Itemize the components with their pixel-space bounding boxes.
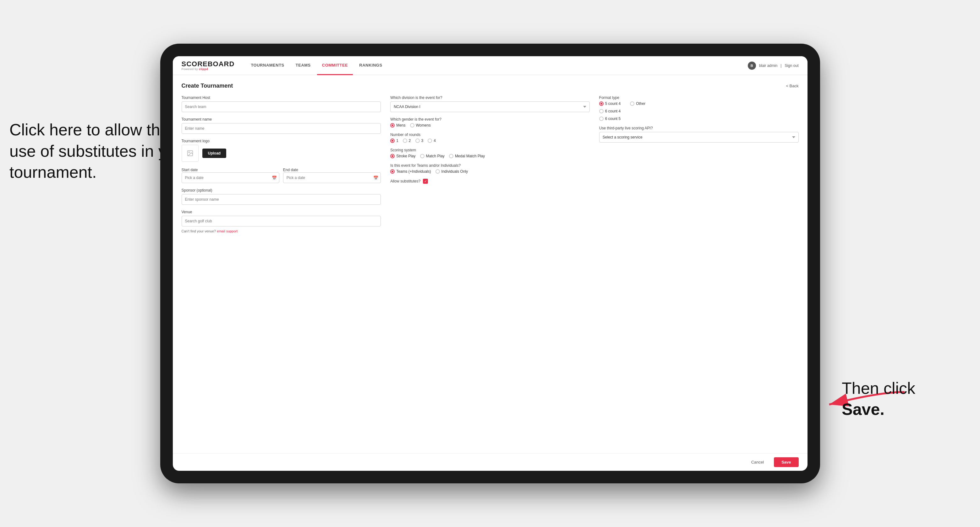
logo-upload-row: Upload — [181, 145, 381, 162]
format-6count5[interactable]: 6 count 5 — [599, 116, 620, 121]
nav-bar: SCOREBOARD Powered by clippd TOURNAMENTS… — [173, 56, 808, 75]
nav-right: B blair admin | Sign out — [748, 62, 799, 70]
page-header: Create Tournament < Back — [181, 83, 799, 89]
gender-label: Which gender is the event for? — [390, 117, 590, 122]
logo-placeholder — [181, 145, 199, 162]
page-title: Create Tournament — [181, 83, 233, 89]
rounds-radio-group: 1 2 3 4 — [390, 138, 590, 143]
rounds-4-radio[interactable] — [428, 138, 432, 143]
gender-womens-radio[interactable] — [410, 123, 414, 127]
division-select[interactable]: NCAA Division I — [390, 102, 590, 112]
format-5count4-radio[interactable] — [599, 102, 604, 106]
scoring-api-group: Use third-party live scoring API? Select… — [599, 126, 799, 143]
gender-mens-radio[interactable] — [390, 123, 395, 127]
sponsor-group: Sponsor (optional) — [181, 188, 381, 205]
nav-item-tournaments[interactable]: TOURNAMENTS — [246, 56, 289, 75]
dates-row: Start date 📅 End date 📅 — [181, 167, 381, 183]
gender-womens[interactable]: Womens — [410, 123, 431, 127]
form-col-right: Format type 5 count 4 Other — [599, 95, 799, 233]
venue-input[interactable] — [181, 216, 381, 227]
scoring-stroke[interactable]: Stroke Play — [390, 154, 415, 158]
tournament-name-input[interactable] — [181, 123, 381, 134]
end-date-wrap: 📅 — [283, 172, 381, 183]
format-row-2: 6 count 4 — [599, 109, 799, 113]
rounds-1-radio[interactable] — [390, 138, 395, 143]
start-date-input[interactable] — [181, 172, 279, 183]
dates-group: Start date 📅 End date 📅 — [181, 167, 381, 183]
event-type-teams[interactable]: Teams (+Individuals) — [390, 169, 431, 174]
cancel-button[interactable]: Cancel — [745, 457, 770, 467]
format-type-group: Format type 5 count 4 Other — [599, 95, 799, 121]
rounds-1[interactable]: 1 — [390, 138, 398, 143]
svg-point-2 — [189, 152, 189, 152]
logo-clippd: clippd — [199, 68, 208, 71]
scoring-match[interactable]: Match Play — [420, 154, 445, 158]
format-5count4[interactable]: 5 count 4 — [599, 102, 620, 106]
nav-item-committee[interactable]: COMMITTEE — [317, 56, 353, 75]
form-col-middle: Which division is the event for? NCAA Di… — [390, 95, 590, 233]
format-other-radio[interactable] — [630, 102, 635, 106]
rounds-3[interactable]: 3 — [415, 138, 423, 143]
substitutes-row: Allow substitutes? ✓ — [390, 179, 590, 184]
nav-separator: | — [781, 63, 781, 68]
end-date-group: End date 📅 — [283, 167, 381, 183]
gender-mens[interactable]: Mens — [390, 123, 405, 127]
end-date-label: End date — [283, 168, 298, 172]
format-other[interactable]: Other — [630, 102, 645, 106]
scoring-api-select[interactable]: Select a scoring service — [599, 132, 799, 143]
division-group: Which division is the event for? NCAA Di… — [390, 95, 590, 112]
form-col-left: Tournament Host Tournament name Tourname… — [181, 95, 381, 233]
tournament-host-group: Tournament Host — [181, 95, 381, 112]
gender-radio-group: Mens Womens — [390, 123, 590, 127]
event-type-group: Is this event for Teams and/or Individua… — [390, 163, 590, 174]
annotation-right-bold: Save. — [842, 400, 885, 418]
format-row-1: 5 count 4 Other — [599, 102, 799, 106]
start-date-label: Start date — [181, 168, 198, 172]
scoring-radio-group: Stroke Play Match Play Medal Match Play — [390, 154, 590, 158]
nav-items: TOURNAMENTS TEAMS COMMITTEE RANKINGS — [246, 56, 748, 75]
format-type-label: Format type — [599, 95, 799, 100]
rounds-3-radio[interactable] — [415, 138, 420, 143]
upload-button[interactable]: Upload — [202, 149, 226, 158]
tablet-frame: SCOREBOARD Powered by clippd TOURNAMENTS… — [160, 44, 820, 483]
tournament-logo-label: Tournament logo — [181, 139, 381, 143]
venue-help-text: Can't find your venue? email support — [181, 229, 381, 233]
event-type-teams-radio[interactable] — [390, 169, 395, 174]
event-type-label: Is this event for Teams and/or Individua… — [390, 163, 590, 168]
format-6count4-radio[interactable] — [599, 109, 604, 113]
substitutes-checkbox[interactable]: ✓ — [423, 179, 428, 184]
end-date-input[interactable] — [283, 172, 381, 183]
back-link[interactable]: < Back — [786, 84, 799, 88]
rounds-group: Number of rounds 1 2 — [390, 133, 590, 143]
venue-label: Venue — [181, 210, 381, 214]
scoring-label: Scoring system — [390, 148, 590, 152]
email-support-link[interactable]: email support — [217, 229, 237, 233]
nav-item-teams[interactable]: TEAMS — [291, 56, 316, 75]
tournament-name-group: Tournament name — [181, 117, 381, 134]
rounds-2[interactable]: 2 — [403, 138, 411, 143]
scoring-stroke-radio[interactable] — [390, 154, 395, 158]
scoring-medal-radio[interactable] — [449, 154, 453, 158]
calendar-icon-start: 📅 — [272, 176, 277, 180]
main-content: Create Tournament < Back Tournament Host… — [173, 75, 808, 453]
division-label: Which division is the event for? — [390, 95, 590, 100]
format-options: 5 count 4 Other 6 count 4 — [599, 102, 799, 121]
scoring-match-radio[interactable] — [420, 154, 425, 158]
user-name: blair admin — [759, 63, 778, 68]
tournament-host-input[interactable] — [181, 102, 381, 112]
rounds-4[interactable]: 4 — [428, 138, 436, 143]
nav-item-rankings[interactable]: RANKINGS — [354, 56, 387, 75]
rounds-2-radio[interactable] — [403, 138, 407, 143]
event-type-individuals[interactable]: Individuals Only — [436, 169, 468, 174]
gender-group: Which gender is the event for? Mens Wome… — [390, 117, 590, 127]
format-6count4[interactable]: 6 count 4 — [599, 109, 620, 113]
sponsor-input[interactable] — [181, 194, 381, 205]
sign-out-link[interactable]: Sign out — [784, 63, 799, 68]
save-button[interactable]: Save — [774, 457, 799, 467]
format-6count5-radio[interactable] — [599, 116, 604, 121]
scoring-medal[interactable]: Medal Match Play — [449, 154, 485, 158]
tablet-screen: SCOREBOARD Powered by clippd TOURNAMENTS… — [173, 56, 808, 471]
rounds-label: Number of rounds — [390, 133, 590, 137]
tournament-logo-group: Tournament logo Upload — [181, 139, 381, 162]
event-type-individuals-radio[interactable] — [436, 169, 440, 174]
